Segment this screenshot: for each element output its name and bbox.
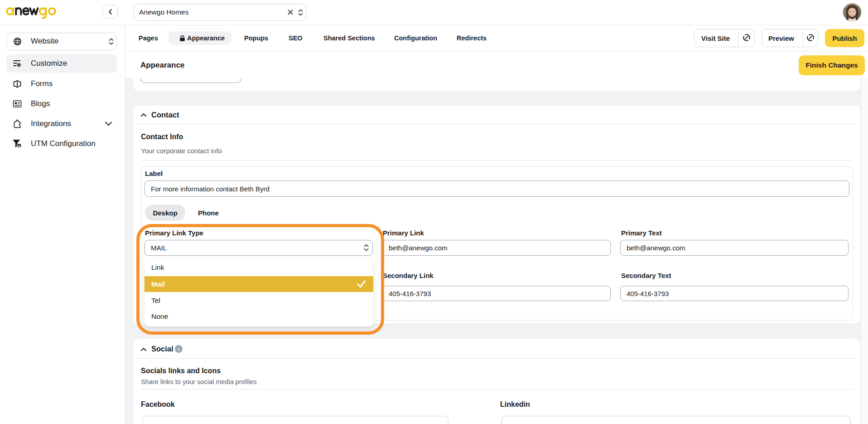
svg-text:$: $ (18, 144, 20, 148)
